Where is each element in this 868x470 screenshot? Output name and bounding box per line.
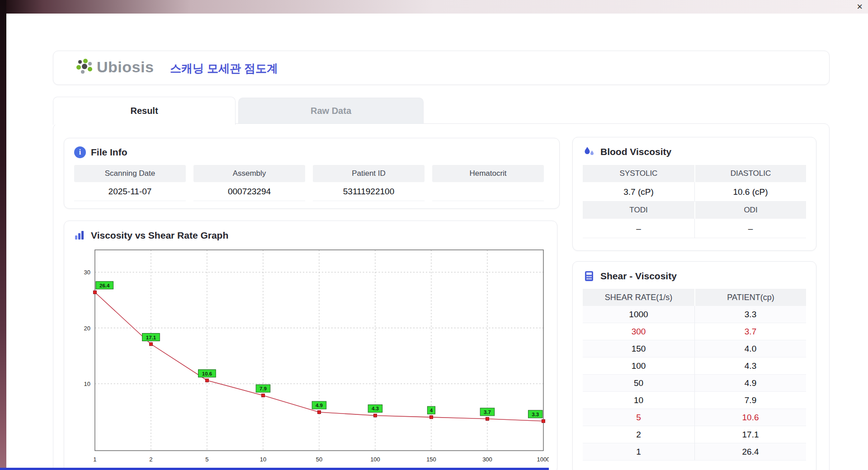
patient-cell: 3.7: [694, 323, 806, 340]
table-row: 50 4.9: [583, 375, 806, 392]
svg-text:10.6: 10.6: [202, 371, 212, 376]
svg-text:26.4: 26.4: [99, 283, 110, 288]
field-label: Hematocrit: [432, 165, 544, 182]
patient-cell: 26.4: [694, 443, 806, 461]
table-row: 2 17.1: [583, 426, 806, 443]
close-icon[interactable]: ×: [857, 0, 863, 13]
shear-viscosity-card: Shear - Viscosity SHEAR RATE(1/s) PATIEN…: [572, 261, 816, 470]
shear-rate-column-header: SHEAR RATE(1/s): [583, 289, 694, 306]
table-row: 100 4.3: [583, 357, 806, 375]
patient-cell: 17.1: [694, 426, 806, 443]
table-row: 1 26.4: [583, 443, 806, 461]
patient-cell: 10.6: [694, 409, 806, 426]
patient-cell: 3.3: [694, 306, 806, 323]
patient-cell: 4.0: [694, 340, 806, 357]
todi-header: TODI: [583, 202, 694, 219]
field-value: [432, 182, 544, 201]
odi-value: –: [694, 219, 806, 238]
svg-text:1: 1: [93, 456, 96, 463]
app-window: Ubiosis 스캐닝 모세관 점도계 Result Raw Data File…: [6, 14, 868, 470]
info-icon: [74, 146, 86, 158]
field-patient-id: Patient ID 53111922100: [313, 165, 425, 201]
field-value: 2025-11-07: [74, 182, 186, 201]
table-row: 300 3.7: [583, 323, 806, 340]
desktop-left-strip: [0, 0, 6, 470]
tab-raw-data[interactable]: Raw Data: [238, 98, 424, 123]
svg-text:3.7: 3.7: [484, 409, 491, 415]
patient-cell: 4.9: [694, 375, 806, 392]
patient-column-header: PATIENT(cp): [694, 289, 806, 306]
graph-title: Viscosity vs Shear Rate Graph: [91, 230, 228, 241]
blood-viscosity-table: SYSTOLIC DIASTOLIC 3.7 (cP) 10.6 (cP) TO…: [583, 165, 806, 238]
file-info-card: File Info Scanning Date 2025-11-07 Assem…: [64, 138, 560, 209]
bar-chart-icon: [73, 229, 86, 242]
shear-rate-cell: 50: [583, 375, 694, 392]
shear-rate-cell: 100: [583, 357, 694, 375]
todi-value: –: [583, 219, 694, 238]
svg-text:17.1: 17.1: [146, 335, 156, 340]
tab-result[interactable]: Result: [53, 97, 236, 125]
content-panel: File Info Scanning Date 2025-11-07 Assem…: [53, 123, 830, 470]
svg-text:1000: 1000: [537, 456, 549, 463]
svg-text:4.9: 4.9: [316, 403, 323, 408]
svg-text:2: 2: [149, 456, 152, 463]
svg-text:3.3: 3.3: [532, 412, 539, 417]
shear-rate-cell: 150: [583, 340, 694, 357]
table-row: 1000 3.3: [583, 306, 806, 323]
svg-text:4: 4: [430, 408, 433, 413]
shear-rate-cell: 10: [583, 392, 694, 409]
svg-text:10: 10: [84, 381, 90, 387]
patient-cell: 4.3: [694, 357, 806, 375]
header-card: Ubiosis 스캐닝 모세관 점도계: [53, 51, 830, 85]
systolic-header: SYSTOLIC: [583, 165, 694, 182]
shear-rate-cell: 300: [583, 323, 694, 340]
droplet-icon: [583, 146, 595, 158]
shear-rate-cell: 2: [583, 426, 694, 443]
field-value: 000723294: [193, 182, 305, 201]
blood-viscosity-card: Blood Viscosity SYSTOLIC DIASTOLIC 3.7 (…: [572, 137, 816, 251]
svg-text:7.9: 7.9: [259, 386, 267, 391]
graph-card: Viscosity vs Shear Rate Graph 1251050100…: [64, 221, 557, 470]
patient-cell: 7.9: [694, 392, 806, 409]
shear-rate-cell: 1000: [583, 306, 694, 323]
logo-text: Ubiosis: [97, 58, 154, 76]
field-assembly: Assembly 000723294: [193, 165, 305, 201]
table-row: 150 4.0: [583, 340, 806, 357]
page-title: 스캐닝 모세관 점도계: [170, 61, 278, 76]
bottom-accent-bar: [0, 468, 549, 470]
svg-text:30: 30: [84, 269, 90, 276]
field-label: Patient ID: [313, 165, 425, 182]
diastolic-header: DIASTOLIC: [694, 165, 806, 182]
field-scanning-date: Scanning Date 2025-11-07: [74, 165, 186, 201]
diastolic-value: 10.6 (cP): [694, 182, 806, 202]
svg-text:5: 5: [205, 456, 208, 463]
blood-viscosity-title: Blood Viscosity: [600, 146, 671, 157]
field-hematocrit: Hematocrit: [432, 165, 544, 201]
systolic-value: 3.7 (cP): [583, 182, 694, 202]
svg-text:20: 20: [84, 325, 90, 332]
table-row: 5 10.6: [583, 409, 806, 426]
field-value: 53111922100: [313, 182, 425, 201]
svg-text:50: 50: [316, 456, 322, 463]
svg-text:300: 300: [482, 456, 492, 463]
shear-viscosity-table: SHEAR RATE(1/s) PATIENT(cp) 1000 3.3 300…: [583, 289, 806, 461]
shear-viscosity-title: Shear - Viscosity: [600, 271, 677, 282]
table-row: 10 7.9: [583, 392, 806, 409]
viscosity-chart: 1251050100150300100010203026.417.110.67.…: [73, 244, 549, 469]
svg-text:10: 10: [260, 456, 266, 463]
shear-rate-cell: 1: [583, 443, 694, 461]
desktop-top-strip: [0, 0, 868, 14]
shear-rate-cell: 5: [583, 409, 694, 426]
field-label: Assembly: [193, 165, 305, 182]
table-header-row: SHEAR RATE(1/s) PATIENT(cp): [583, 289, 806, 306]
svg-text:150: 150: [426, 456, 436, 463]
logo-dots-icon: [75, 58, 93, 76]
file-info-title: File Info: [91, 147, 127, 158]
svg-text:4.3: 4.3: [372, 406, 379, 411]
calculator-icon: [583, 270, 595, 282]
field-label: Scanning Date: [74, 165, 186, 182]
app-logo: Ubiosis: [75, 58, 154, 76]
odi-header: ODI: [694, 202, 806, 219]
svg-text:100: 100: [370, 456, 380, 463]
